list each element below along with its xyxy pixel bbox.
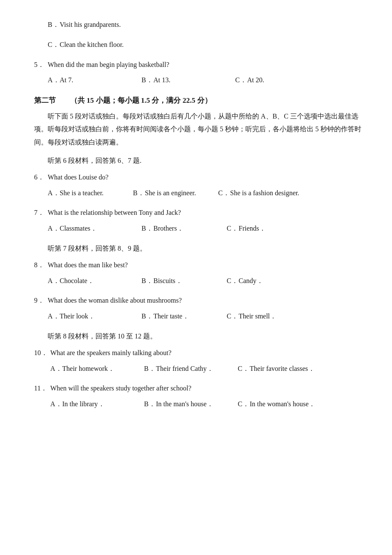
q11-c-label: C．: [238, 398, 250, 410]
q5-c-text: At 20.: [247, 74, 264, 87]
question-7-number: 7．: [34, 207, 48, 219]
question-5-option-b: B． At 13.: [141, 74, 235, 87]
question-9-option-a: A． Their look．: [48, 310, 141, 323]
question-8-option-a: A． Chocolate．: [48, 275, 141, 287]
question-9-option-b: B． Their taste．: [141, 310, 227, 323]
question-10-option-a: A． Their homework．: [50, 363, 144, 375]
question-6-options: A． She is a teacher. B． She is an engine…: [48, 187, 362, 199]
question-8: 8． What does the man like best? A． Choco…: [34, 259, 362, 287]
question-5-text: When did the man begin playing basketbal…: [48, 59, 169, 71]
question-7-option-c: C． Friends．: [227, 223, 312, 235]
question-5: 5． When did the man begin playing basket…: [34, 59, 362, 87]
question-10-options: A． Their homework． B． Their friend Cathy…: [50, 363, 362, 375]
subsection-3-note: 听第 8 段材料，回答第 10 至 12 题。: [48, 330, 362, 343]
q7-c-text: Friends．: [239, 223, 266, 235]
question-6-option-b: B． She is an engineer.: [133, 187, 218, 199]
question-8-text: What does the man like best?: [48, 259, 128, 272]
question-6-option-c: C． She is a fashion designer.: [218, 187, 320, 199]
subsection-2-note: 听第 7 段材料，回答第 8、9 题。: [48, 243, 362, 255]
q8-a-label: A．: [48, 275, 60, 287]
q7-b-text: Brothers．: [153, 223, 184, 235]
question-8-option-b: B． Biscuits．: [141, 275, 227, 287]
q11-a-text: In the library．: [62, 398, 105, 410]
question-11-option-c: C． In the woman's house．: [238, 398, 331, 410]
q6-a-text: She is a teacher.: [60, 187, 104, 199]
q5-a-label: A．: [48, 74, 60, 87]
question-8-option-c: C． Candy．: [227, 275, 312, 287]
question-9-number: 9．: [34, 295, 48, 307]
question-7-option-a: A． Classmates．: [48, 223, 141, 235]
q10-c-text: Their favorite classes．: [250, 363, 315, 375]
q8-b-text: Biscuits．: [153, 275, 182, 287]
option-c-clean: C． Clean the kitchen floor.: [34, 39, 362, 51]
option-c-text: Clean the kitchen floor.: [60, 39, 124, 51]
q10-a-text: Their homework．: [62, 363, 115, 375]
question-9-options: A． Their look． B． Their taste． C． Their …: [48, 310, 362, 323]
section-2-header: 第二节 （共 15 小题；每小题 1.5 分，满分 22.5 分） 听下面 5 …: [34, 94, 362, 149]
question-11-options: A． In the library． B． In the man's house…: [50, 398, 362, 410]
q9-a-label: A．: [48, 310, 60, 323]
question-6-number: 6．: [34, 171, 48, 184]
q9-c-label: C．: [227, 310, 239, 323]
question-9: 9． What does the woman dislike about mus…: [34, 295, 362, 323]
q6-a-label: A．: [48, 187, 60, 199]
question-8-options: A． Chocolate． B． Biscuits． C． Candy．: [48, 275, 362, 287]
question-10: 10． What are the speakers mainly talking…: [34, 347, 362, 375]
option-b-visit: B． Visit his grandparents.: [34, 19, 362, 31]
question-11: 11． When will the speakers study togethe…: [34, 382, 362, 410]
question-10-number: 10．: [34, 347, 50, 359]
q8-a-text: Chocolate．: [60, 275, 94, 287]
q6-c-label: C．: [218, 187, 230, 199]
q6-b-label: B．: [133, 187, 145, 199]
q5-c-label: C．: [235, 74, 247, 87]
question-11-option-b: B． In the man's house．: [144, 398, 238, 410]
question-7-options: A． Classmates． B． Brothers． C． Friends．: [48, 223, 362, 235]
question-5-number: 5．: [34, 59, 48, 71]
question-11-number: 11．: [34, 382, 50, 395]
question-9-text: What does the woman dislike about mushro…: [48, 295, 182, 307]
q7-c-label: C．: [227, 223, 239, 235]
q8-c-text: Candy．: [239, 275, 263, 287]
q9-b-text: Their taste．: [153, 310, 189, 323]
section-2-desc: 听下面 5 段对话或独白。每段对话或独白后有几个小题，从题中所给的 A、B、C …: [34, 110, 362, 149]
question-7-text: What is the relationship between Tony an…: [48, 207, 181, 219]
question-5-option-a: A． At 7.: [48, 74, 141, 87]
q11-c-text: In the woman's house．: [250, 398, 315, 410]
question-11-text: When will the speakers study together af…: [50, 382, 191, 395]
section-2-title: 第二节 （共 15 小题；每小题 1.5 分，满分 22.5 分）: [34, 94, 362, 107]
q10-b-text: Their friend Cathy．: [156, 363, 213, 375]
q11-b-label: B．: [144, 398, 156, 410]
q8-c-label: C．: [227, 275, 239, 287]
question-10-text: What are the speakers mainly talking abo…: [50, 347, 171, 359]
q7-a-text: Classmates．: [60, 223, 97, 235]
question-6-text: What does Louise do?: [48, 171, 109, 184]
q5-b-text: At 13.: [153, 74, 170, 87]
question-5-options: A． At 7. B． At 13. C． At 20.: [48, 74, 362, 87]
option-b-label: B．: [48, 19, 60, 31]
question-8-number: 8．: [34, 259, 48, 272]
question-11-option-a: A． In the library．: [50, 398, 144, 410]
option-b-text: Visit his grandparents.: [60, 19, 121, 31]
question-10-option-b: B． Their friend Cathy．: [144, 363, 238, 375]
q11-a-label: A．: [50, 398, 62, 410]
q7-b-label: B．: [141, 223, 153, 235]
q11-b-text: In the man's house．: [156, 398, 213, 410]
option-c-label: C．: [48, 39, 60, 51]
q10-a-label: A．: [50, 363, 62, 375]
question-6: 6． What does Louise do? A． She is a teac…: [34, 171, 362, 199]
question-7: 7． What is the relationship between Tony…: [34, 207, 362, 235]
q6-b-text: She is an engineer.: [145, 187, 196, 199]
q5-a-text: At 7.: [60, 74, 73, 87]
question-7-option-b: B． Brothers．: [141, 223, 227, 235]
question-6-option-a: A． She is a teacher.: [48, 187, 133, 199]
question-10-option-c: C． Their favorite classes．: [238, 363, 331, 375]
q9-b-label: B．: [141, 310, 153, 323]
question-5-option-c: C． At 20.: [235, 74, 329, 87]
q6-c-text: She is a fashion designer.: [230, 187, 299, 199]
question-9-option-c: C． Their smell．: [227, 310, 312, 323]
q9-c-text: Their smell．: [239, 310, 277, 323]
q10-b-label: B．: [144, 363, 156, 375]
subsection-1-note: 听第 6 段材料，回答第 6、7 题.: [48, 155, 362, 167]
q5-b-label: B．: [141, 74, 153, 87]
q8-b-label: B．: [141, 275, 153, 287]
